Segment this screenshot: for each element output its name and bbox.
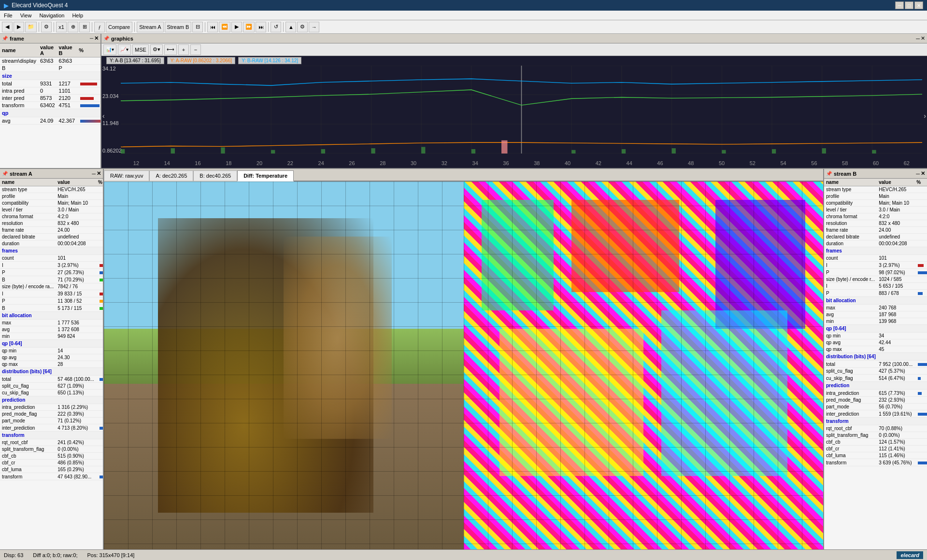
ab-tooltip[interactable]: Y: A-B [13.467 : 31.695]: [106, 57, 164, 64]
mse-button[interactable]: MSE: [132, 44, 149, 55]
next-button[interactable]: ⏭: [256, 22, 266, 32]
grid-button[interactable]: ⊞: [79, 22, 90, 32]
table-row: rqt_root_cbf70 (0.88%): [824, 425, 927, 432]
graphics-panel: 📌 graphics ─ ✕ 📊▾ 📈▾ MSE ⚙▾ ⟷ +: [101, 34, 927, 168]
volume-a-button[interactable]: ▲: [285, 22, 296, 32]
graphics-panel-pin[interactable]: ─: [916, 36, 920, 42]
chart-svg: [121, 66, 922, 154]
scroll-right-icon[interactable]: ›: [924, 112, 926, 120]
frame-panel-pin[interactable]: ─: [90, 36, 93, 41]
tab-b-dec[interactable]: B: dec40.265: [193, 170, 237, 182]
prev-frame-button[interactable]: ⏪: [219, 22, 230, 32]
tab-raw[interactable]: RAW: raw.yuv: [104, 170, 149, 182]
back-button[interactable]: ◀: [2, 22, 13, 32]
app-title: Elecard VideoQuest 4: [12, 2, 68, 9]
row-value: 00:00:04:208: [877, 240, 914, 247]
stream-a-close[interactable]: ✕: [97, 170, 101, 177]
play-button[interactable]: ▶: [231, 22, 242, 32]
stream-b-pin[interactable]: ─: [916, 171, 920, 177]
max-button[interactable]: □: [905, 1, 913, 9]
table-row: level / tier3.0 / Main: [0, 207, 103, 213]
table-row: declared bitrateundefined: [0, 234, 103, 240]
row-pct: [77, 87, 100, 95]
section-row: prediction: [0, 396, 103, 404]
forward-button[interactable]: ▶: [14, 22, 24, 32]
formula-button[interactable]: ƒ: [94, 22, 105, 32]
row-value: 1 559 (19.61%): [877, 410, 914, 418]
settings3-button[interactable]: ⚙: [297, 22, 308, 32]
b-raw-tooltip[interactable]: Y: B-RAW [14.126 : 34.12]: [238, 57, 301, 64]
section-dist-b: distribution (bits) [64]: [824, 353, 927, 361]
section-row: distribution (bits) [64]: [0, 368, 103, 376]
chart-line-button[interactable]: 📈▾: [118, 44, 131, 55]
graphics-panel-close[interactable]: ✕: [921, 35, 925, 42]
row-value: 515 (0.90%): [56, 453, 96, 460]
chart-remove-button[interactable]: −: [190, 44, 201, 55]
row-name: inter_prediction: [824, 410, 877, 418]
svg-rect-31: [672, 148, 676, 154]
close-button[interactable]: ✕: [914, 1, 923, 9]
chart-tooltips: Y: A-B [13.467 : 31.695] Y: A-RAW [0.862…: [106, 57, 301, 64]
chart-type-button[interactable]: 📊▾: [103, 44, 116, 55]
prev-button[interactable]: ⏮: [207, 22, 218, 32]
tab-diff[interactable]: Diff: Temperature: [237, 170, 294, 182]
row-value: 3 (2.97%): [877, 262, 914, 269]
x-label: 60: [873, 160, 879, 166]
stream-a-title: stream A: [10, 171, 32, 177]
row-name: cbf_luma: [824, 452, 877, 459]
menu-view[interactable]: View: [16, 12, 36, 19]
table-row: profileMain: [0, 193, 103, 200]
stream-b-pin-icon: 📌: [826, 171, 832, 176]
row-value: 883 / 678: [877, 290, 914, 297]
table-row: compatibilityMain; Main 10: [0, 200, 103, 207]
settings-button[interactable]: ⚙: [41, 22, 52, 32]
frame-panel-header: 📌 frame ─ ✕: [0, 34, 100, 43]
svg-rect-27: [471, 149, 475, 154]
menu-help[interactable]: Help: [68, 12, 87, 19]
next-frame-button[interactable]: ⏩: [243, 22, 255, 32]
row-name: split_cu_flag: [824, 368, 877, 375]
menu-file[interactable]: File: [0, 12, 16, 19]
svg-rect-23: [271, 150, 275, 154]
stream-a-button[interactable]: Stream A: [137, 22, 163, 32]
row-name: stream type: [824, 186, 877, 193]
chart-expand-button[interactable]: ⟷: [164, 44, 177, 55]
open-button[interactable]: 📁: [25, 22, 37, 32]
x1-button[interactable]: x1: [56, 22, 67, 32]
section-qp-b: qp [0-64]: [824, 325, 927, 333]
row-name: transform: [0, 473, 56, 480]
x-label: 32: [442, 160, 447, 166]
scroll-left-icon[interactable]: ‹: [102, 112, 105, 120]
table-row: avg 24.09 42.367: [0, 117, 100, 125]
stream-a-pin[interactable]: ─: [92, 171, 96, 177]
row-value: 1 372 608: [56, 326, 96, 333]
chart-add-button[interactable]: +: [178, 44, 189, 55]
min-button[interactable]: ─: [895, 1, 904, 9]
stream-b-button[interactable]: Stream B: [165, 22, 192, 32]
stream-b-close[interactable]: ✕: [921, 170, 925, 177]
x-label: 18: [226, 160, 231, 166]
frame-panel-close[interactable]: ✕: [94, 35, 99, 42]
right-arrow-button[interactable]: →: [309, 22, 319, 32]
row-name: size (byte) / encode r...: [824, 276, 877, 283]
status-diff: Diff a:0; b:0; raw:0;: [33, 552, 77, 558]
loop-button[interactable]: ↺: [271, 22, 281, 32]
stream-b-table: name value % stream typeHEVC/H.265 profi…: [824, 179, 927, 549]
row-value: 3.0 / Main: [877, 207, 914, 213]
chart-settings-button[interactable]: ⚙▾: [150, 44, 163, 55]
frame-table: name value A value B % stream\display 63…: [0, 43, 100, 168]
row-value: Main; Main 10: [56, 200, 96, 207]
graphics-panel-header: 📌 graphics ─ ✕: [101, 34, 927, 43]
toolbar: ◀ ▶ 📁 ⚙ x1 ⊕ ⊞ ƒ Compare Stream A Stream…: [0, 20, 927, 34]
zoom-button[interactable]: ⊕: [68, 22, 78, 32]
row-value: 71 (0.12%): [56, 418, 96, 424]
row-name: frame rate: [824, 227, 877, 234]
compare-button[interactable]: Compare: [106, 22, 132, 32]
row-name: cbf_cb: [824, 439, 877, 446]
layout-button[interactable]: ⊟: [192, 22, 203, 32]
table-row: P98 (97.02%): [824, 269, 927, 276]
tab-a-dec[interactable]: A: dec20.265: [149, 170, 193, 182]
menu-navigation[interactable]: Navigation: [35, 12, 68, 19]
a-raw-tooltip[interactable]: Y: A-RAW [0.86202 : 3.2066]: [167, 57, 236, 64]
row-value: 187 968: [877, 311, 914, 318]
